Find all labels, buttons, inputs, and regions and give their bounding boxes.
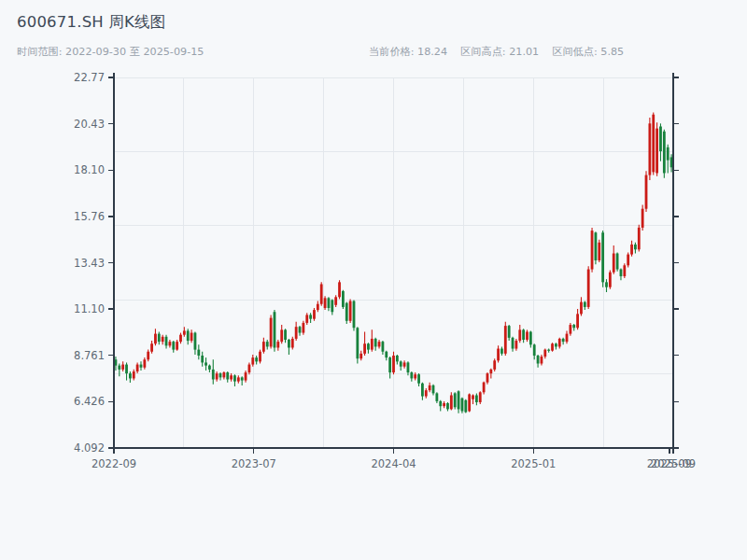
candle-body <box>363 343 366 354</box>
candle-body <box>659 126 662 151</box>
date-range-label: 时间范围: 2022-09-30 至 2025-09-15 <box>17 45 204 59</box>
candle-body <box>162 337 164 342</box>
candle-body <box>403 362 406 366</box>
candle-body <box>309 315 312 318</box>
candle-body <box>627 255 629 266</box>
y-tick-label: 18.10 <box>74 163 105 176</box>
candle-body <box>425 390 428 396</box>
candle-body <box>645 175 648 209</box>
candle-body <box>518 329 521 341</box>
candle-body <box>338 282 341 297</box>
y-tick-label: 13.43 <box>74 257 105 270</box>
candle-body <box>547 350 550 351</box>
candle-body <box>270 318 273 347</box>
candle-body <box>555 343 557 346</box>
y-tick-label: 15.76 <box>74 210 105 223</box>
price-stats: 当前价格: 18.24 区间高点: 21.01 区间低点: 5.85 <box>369 45 624 59</box>
x-tick-label: 2025-01 <box>511 457 556 470</box>
candle-body <box>630 245 633 255</box>
grid <box>114 77 673 448</box>
range-low-stat: 区间低点: 5.85 <box>552 45 624 59</box>
candle-body <box>486 373 489 383</box>
candle-body <box>526 331 529 340</box>
candle-body <box>483 383 486 393</box>
candle-body <box>276 342 279 347</box>
candle-body <box>663 132 666 174</box>
candle-body <box>288 340 290 348</box>
candle-body <box>143 359 146 368</box>
candle-body <box>320 284 323 303</box>
y-tick-label: 8.761 <box>74 349 105 362</box>
x-tick-label: 2024-04 <box>371 457 416 470</box>
candle-body <box>118 366 120 370</box>
candle-body <box>566 334 569 343</box>
candle-body <box>439 401 442 406</box>
candle-body <box>638 228 641 249</box>
candle-body <box>576 314 579 328</box>
candle-body <box>302 323 304 333</box>
candle-body <box>331 300 333 312</box>
candle-body <box>237 377 240 381</box>
candle-body <box>421 384 424 397</box>
candle-body <box>324 298 327 308</box>
candle-body <box>313 310 316 319</box>
candle-body <box>342 291 345 307</box>
kline-chart: 22.7720.4318.1015.7613.4311.108.7616.426… <box>0 0 747 560</box>
candle-body <box>450 396 453 410</box>
candle-body <box>446 403 449 409</box>
candle-body <box>248 365 251 373</box>
candle-body <box>295 327 298 339</box>
candle-body <box>259 352 261 362</box>
candle-body <box>414 374 416 378</box>
candle-body <box>392 356 395 372</box>
candle-body <box>266 342 269 346</box>
candle-body <box>374 339 377 347</box>
candle-body <box>609 273 612 287</box>
candle-body <box>179 335 182 342</box>
candle-body <box>353 301 356 329</box>
candle-body <box>543 350 546 357</box>
candle-body <box>522 329 525 340</box>
candle-body <box>349 301 352 321</box>
candle-body <box>620 270 623 276</box>
candle-body <box>551 343 554 350</box>
candle-body <box>136 365 139 371</box>
candle-body <box>616 254 619 270</box>
candle-body <box>158 334 161 343</box>
candle-body <box>230 375 233 379</box>
candle-body <box>461 399 464 412</box>
candle-body <box>497 349 500 361</box>
candle-body <box>417 374 420 384</box>
candle-body <box>634 245 637 249</box>
candle-body <box>208 366 211 370</box>
candle-body <box>472 396 474 399</box>
candle-body <box>251 357 254 364</box>
candle-body <box>328 298 331 308</box>
candle-body <box>262 342 265 352</box>
candle-body <box>533 344 536 356</box>
candle-body <box>284 329 287 340</box>
candle-body <box>226 372 229 379</box>
candle-body <box>299 327 302 332</box>
candle-body <box>667 147 669 161</box>
candle-body <box>169 342 172 345</box>
candle-body <box>274 312 276 347</box>
x-tick-label: 2025-09 <box>651 457 696 470</box>
candle-body <box>359 354 362 358</box>
candle-body <box>670 157 673 167</box>
candle-body <box>591 231 594 269</box>
candle-body <box>190 333 193 342</box>
candle-body <box>641 209 644 228</box>
candle-body <box>587 270 590 307</box>
candle-body <box>572 325 575 328</box>
candle-body <box>475 396 478 402</box>
candle-body <box>385 352 388 357</box>
candle-body <box>468 394 471 411</box>
candle-body <box>605 282 608 287</box>
candle-body <box>537 356 540 364</box>
candle-body <box>652 115 655 173</box>
candle-body <box>245 372 247 381</box>
candle-body <box>367 343 370 349</box>
candle-body <box>464 400 467 413</box>
candle-body <box>569 325 571 334</box>
